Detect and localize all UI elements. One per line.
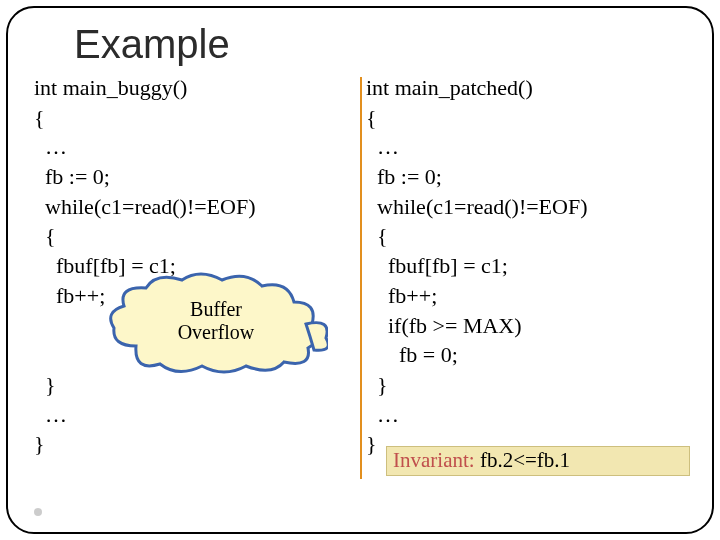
invariant-label: Invariant: xyxy=(393,448,475,472)
callout-text: Buffer Overflow xyxy=(104,298,328,344)
invariant-expr: fb.2<=fb.1 xyxy=(475,448,570,472)
buffer-overflow-callout: Buffer Overflow xyxy=(104,272,328,376)
column-divider xyxy=(360,77,362,479)
slide-frame: Example int main_buggy() { … fb := 0; wh… xyxy=(6,6,714,534)
invariant-tag: Invariant: fb.2<=fb.1 xyxy=(386,446,690,476)
callout-line2: Overflow xyxy=(178,321,255,343)
slide-number-dot xyxy=(34,508,42,516)
code-columns: int main_buggy() { … fb := 0; while(c1=r… xyxy=(34,73,686,459)
callout-line1: Buffer xyxy=(190,298,242,320)
code-left: int main_buggy() { … fb := 0; while(c1=r… xyxy=(34,73,360,459)
code-right: int main_patched() { … fb := 0; while(c1… xyxy=(360,73,686,459)
slide-title: Example xyxy=(74,22,686,67)
